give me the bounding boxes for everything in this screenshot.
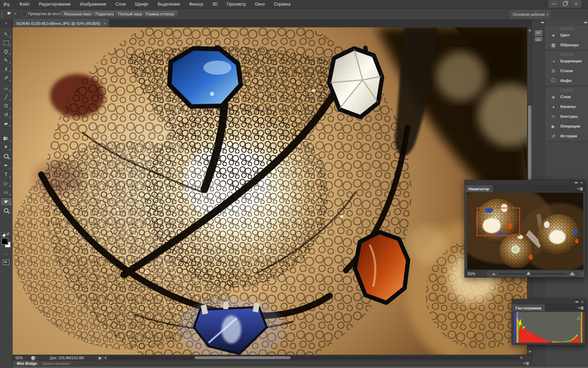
navigator-header[interactable]: ◀◀ ×: [465, 180, 585, 185]
panel-group-gripper[interactable]: [560, 89, 574, 92]
screen-mode-button[interactable]: [3, 260, 9, 265]
quick-mask-button[interactable]: ◌: [0, 250, 12, 258]
rectangle-tool[interactable]: ▭: [0, 188, 12, 196]
menu-file[interactable]: Файл: [15, 0, 34, 8]
dock-item-history[interactable]: ↺ История: [545, 131, 588, 141]
lasso-tool[interactable]: Ϙ: [0, 47, 12, 56]
scroll-all-windows-checkbox[interactable]: [22, 12, 27, 16]
gradient-tool[interactable]: [0, 134, 12, 143]
menu-view[interactable]: Просмотр: [222, 0, 251, 8]
status-zoom-field[interactable]: 50%: [13, 355, 27, 361]
navigator-zoom-value[interactable]: 50%: [465, 270, 486, 277]
panel-collapse-icon[interactable]: ◀◀: [575, 300, 578, 303]
histogram-tab[interactable]: Гистограмма: [512, 305, 545, 311]
quick-selection-tool[interactable]: ✎: [0, 56, 12, 64]
crop-tool[interactable]: ♯: [0, 65, 12, 73]
path-selection-tool[interactable]: ▷: [0, 179, 12, 188]
close-button[interactable]: ×: [570, 0, 582, 8]
scroll-down-icon[interactable]: [528, 351, 531, 353]
collapsed-panel-button[interactable]: [535, 30, 542, 36]
dock-item-actions[interactable]: ▶ Операции: [545, 121, 588, 131]
menu-edit[interactable]: Редактирование: [34, 0, 75, 8]
menu-select[interactable]: Выделение: [153, 0, 185, 8]
workspace-select[interactable]: Основная рабочая среда ▴▾: [510, 11, 550, 18]
pen-tool[interactable]: ✒: [0, 161, 12, 170]
zoom-in-icon[interactable]: [569, 272, 575, 275]
foreground-color-swatch[interactable]: [1, 238, 8, 245]
menu-filter[interactable]: Фильтр: [184, 0, 208, 8]
default-colors-icon[interactable]: [1, 232, 5, 237]
panel-menu-icon[interactable]: [523, 362, 529, 365]
panel-menu-icon[interactable]: [577, 188, 583, 190]
dock-item-layers[interactable]: ◈ Слои: [545, 92, 588, 102]
dock-item-color[interactable]: ● Цвет: [545, 30, 588, 40]
eraser-tool[interactable]: ▰: [0, 119, 12, 128]
navigator-tab[interactable]: Навигатор: [465, 185, 493, 192]
horizontal-scrollbar-thumb[interactable]: [194, 356, 291, 360]
print-size-button[interactable]: Размер оттиска: [142, 11, 178, 18]
type-tool[interactable]: T: [0, 170, 12, 179]
panel-collapse-icon[interactable]: ◀◀: [574, 181, 577, 184]
clone-stamp-tool[interactable]: Ω: [0, 102, 12, 110]
fit-screen-button[interactable]: Подогнать: [92, 11, 118, 18]
panel-resize-grip[interactable]: [580, 272, 584, 277]
collapsed-panel-button-2[interactable]: [535, 38, 542, 41]
panel-menu-icon[interactable]: [578, 307, 583, 309]
zoom-tool[interactable]: [0, 206, 12, 214]
dock-item-label: Цвет: [557, 33, 570, 37]
scroll-left-icon[interactable]: [104, 356, 106, 359]
menu-type[interactable]: Шрифт: [130, 0, 153, 8]
swap-colors-icon[interactable]: ⇄: [6, 232, 9, 236]
zoom-out-icon[interactable]: [492, 273, 496, 275]
status-popup-icon[interactable]: [31, 356, 36, 361]
move-tool[interactable]: ↖: [0, 30, 12, 38]
blur-tool[interactable]: ♠: [0, 143, 12, 151]
restore-button[interactable]: [559, 0, 570, 8]
dock-item-label: Коррекция: [557, 59, 582, 63]
options-bar-gripper[interactable]: [1, 10, 3, 18]
dock-collapse-icon[interactable]: ◀◀: [540, 21, 544, 24]
brush-tool[interactable]: ╱: [0, 93, 12, 101]
histogram-header[interactable]: ◀◀ ×: [512, 299, 586, 305]
document-canvas[interactable]: [13, 27, 527, 355]
tools-expand-button[interactable]: »: [0, 19, 12, 27]
dock-item-styles[interactable]: fx Стили: [545, 66, 588, 76]
menu-image[interactable]: Изображение: [75, 0, 111, 8]
tab-timeline[interactable]: Шкала времени: [39, 361, 73, 366]
menu-layers[interactable]: Слои: [111, 0, 130, 8]
eyedropper-tool[interactable]: ✎: [0, 74, 12, 82]
rectangular-marquee-tool[interactable]: [0, 39, 12, 47]
dock-item-label: Инфо: [557, 79, 572, 83]
panel-close-icon[interactable]: ×: [581, 299, 583, 304]
document-tab[interactable]: ISO640-S100-f8,0-85mm.JPG @ 50% (RGB/8) …: [13, 19, 109, 27]
menu-3d[interactable]: 3D: [208, 0, 222, 8]
navigator-thumbnail[interactable]: [467, 192, 583, 270]
document-close-icon[interactable]: ×: [104, 21, 106, 26]
dock-item-swatches[interactable]: ▦ Образцы: [545, 40, 588, 50]
zoom-slider-thumb[interactable]: [526, 272, 531, 275]
tab-mini-bridge[interactable]: Mini Bridge: [13, 361, 40, 366]
scroll-right-icon[interactable]: [521, 356, 523, 359]
minimize-button[interactable]: —: [548, 0, 559, 8]
healing-brush-tool[interactable]: ▱: [0, 84, 12, 93]
dock-item-paths[interactable]: ∿ Контуры: [545, 111, 588, 121]
hand-tool-icon[interactable]: ☛: [7, 10, 12, 16]
scroll-up-icon[interactable]: [528, 29, 531, 31]
tool-preset-caret-icon[interactable]: ▾: [15, 12, 16, 15]
histogram-refresh-warning-icon[interactable]: ⚠: [576, 315, 581, 321]
dock-item-info[interactable]: ⓘ Инфо: [545, 76, 588, 86]
panel-group-gripper[interactable]: [560, 53, 574, 56]
panel-group-gripper[interactable]: [560, 27, 574, 30]
panel-close-icon[interactable]: ×: [581, 180, 583, 185]
menu-window[interactable]: Окно: [251, 0, 270, 8]
status-info-popup-button[interactable]: [97, 356, 103, 361]
history-brush-tool[interactable]: ↺: [0, 110, 12, 119]
horizontal-scrollbar[interactable]: [108, 356, 519, 360]
dock-item-channels[interactable]: ◕ Каналы: [545, 102, 588, 111]
dodge-tool[interactable]: [0, 152, 12, 160]
menu-help[interactable]: Справка: [270, 0, 295, 8]
dock-item-adjustments[interactable]: ◑ Коррекция: [545, 56, 588, 66]
dock-collapse-icon[interactable]: ◀◀: [583, 21, 587, 24]
hand-tool[interactable]: ☛: [0, 197, 12, 206]
zoom-slider-track[interactable]: [498, 273, 565, 275]
